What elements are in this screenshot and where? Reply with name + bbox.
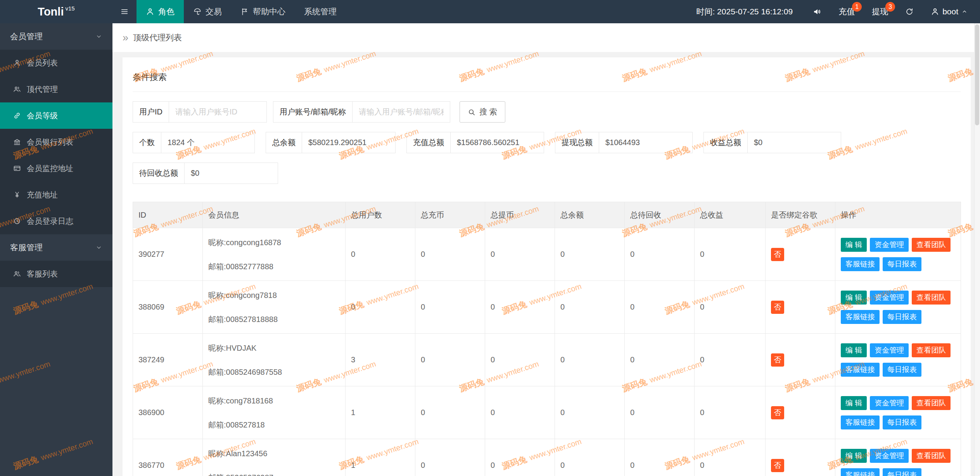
cell-total-pending: 0 [630,355,634,364]
sidebar-item-member-level[interactable]: 会员等级 [0,102,112,129]
account-label: 用户账号/邮箱/昵称 [273,101,353,123]
google-bound-badge: 否 [771,353,784,367]
stats-row-1: 个数 1824 个 总余额 $580219.290251 充值总额 $15687… [133,132,961,153]
view-team-button[interactable]: 查看团队 [912,343,951,357]
stat-pending-recovery: 待回收总额 $0 [133,163,278,184]
cell-email: 邮箱:0085246987558 [208,367,340,377]
google-bound-badge: 否 [771,301,784,314]
daily-report-button[interactable]: 每日报表 [883,468,921,476]
view-team-button[interactable]: 查看团队 [912,449,951,463]
edit-button[interactable]: 编 辑 [841,238,867,252]
horn-icon [813,7,821,16]
col-header-google-bound: 是否绑定谷歌 [766,202,835,228]
edit-button[interactable]: 编 辑 [841,291,867,305]
menu-toggle-button[interactable] [112,0,137,23]
nav-item-role[interactable]: 角色 [137,0,184,23]
service-link-button[interactable]: 客服链接 [841,415,880,429]
stat-value: 1824 个 [161,132,254,153]
members-table: ID 会员信息 总用户数 总充币 总提币 总余额 总待回收 总收益 是否绑定谷歌… [133,202,961,476]
cell-total-pending: 0 [630,408,634,417]
daily-report-button[interactable]: 每日报表 [883,363,921,377]
cell-total-deposit: 0 [421,250,425,258]
cell-id: 387249 [138,355,164,364]
view-team-button[interactable]: 查看团队 [912,396,951,410]
search-button[interactable]: 搜 索 [460,101,505,123]
user-id-input[interactable] [169,101,267,123]
cell-total-users: 1 [351,408,355,417]
sidebar-item-member-login-log[interactable]: 会员登录日志 [0,208,112,234]
daily-report-button[interactable]: 每日报表 [883,310,921,324]
sidebar-item-label: 客服列表 [27,269,58,279]
funds-management-button[interactable]: 资金管理 [870,396,909,410]
table-row: 388069 昵称:congcong7818 邮箱:008527818888 0… [133,281,961,334]
sidebar-group-member-management[interactable]: 会员管理 [0,23,112,50]
service-link-button[interactable]: 客服链接 [841,363,880,377]
page-title: 顶级代理列表 [133,32,182,43]
announcement-button[interactable] [804,0,830,23]
sidebar-item-recharge-address[interactable]: 充值地址 [0,182,112,208]
sidebar-group-label: 会员管理 [10,31,43,42]
col-header-member-info: 会员信息 [203,202,346,228]
stat-total-balance: 总余额 $580219.290251 [266,132,396,153]
recharge-button[interactable]: 充值 1 [830,0,863,23]
funds-management-button[interactable]: 资金管理 [870,449,909,463]
cell-total-withdraw: 0 [491,461,495,469]
scrollbar-track[interactable] [974,23,980,476]
service-link-button[interactable]: 客服链接 [841,310,880,324]
service-link-button[interactable]: 客服链接 [841,468,880,476]
sidebar-item-member-bank-list[interactable]: 会员银行列表 [0,129,112,155]
sidebar-item-customer-service-list[interactable]: 客服列表 [0,261,112,287]
nav-item-help-center[interactable]: 帮助中心 [231,0,295,23]
cell-total-balance: 0 [560,408,565,417]
chevron-down-icon [95,33,102,40]
google-bound-badge: 否 [771,459,784,472]
search-button-label: 搜 索 [479,107,497,117]
stat-label: 充值总额 [407,132,451,153]
sidebar-group-label: 客服管理 [10,242,43,253]
cell-total-withdraw: 0 [491,250,495,258]
search-card: 条件搜索 用户ID 用户账号/邮箱/昵称 搜 索 个数 1824 个 总余额 [123,57,971,476]
funds-management-button[interactable]: 资金管理 [870,238,909,252]
stat-value: $580219.290251 [302,132,395,153]
cell-total-profit: 0 [700,408,704,417]
nav-item-system[interactable]: 系统管理 [295,0,346,23]
user-menu[interactable]: boot [922,0,976,23]
edit-button[interactable]: 编 辑 [841,449,867,463]
cell-nickname: 昵称:cong7818168 [208,396,340,406]
nav-item-trade[interactable]: 交易 [184,0,231,23]
yen-icon [13,191,21,199]
sidebar-group-customer-service[interactable]: 客服管理 [0,234,112,261]
stat-count: 个数 1824 个 [133,132,255,153]
sidebar-item-member-list[interactable]: 会员列表 [0,50,112,76]
col-header-actions: 操作 [835,202,961,228]
stat-label: 提现总额 [555,132,599,153]
flag-icon [240,7,249,16]
funds-management-button[interactable]: 资金管理 [870,291,909,305]
cell-email: 邮箱:00852777888 [208,261,340,272]
cell-total-pending: 0 [630,250,634,258]
funds-management-button[interactable]: 资金管理 [870,343,909,357]
service-link-button[interactable]: 客服链接 [841,257,880,271]
users-icon [13,270,21,278]
sidebar-item-top-agent-management[interactable]: 顶代管理 [0,76,112,102]
sidebar-item-member-monitor-address[interactable]: 会员监控地址 [0,155,112,182]
scrollbar-thumb[interactable] [975,24,979,125]
table-row: 390277 昵称:congcong16878 邮箱:00852777888 0… [133,228,961,281]
cell-nickname: 昵称:Alan123456 [208,448,340,459]
view-team-button[interactable]: 查看团队 [912,291,951,305]
withdraw-button[interactable]: 提现 3 [863,0,897,23]
cell-total-withdraw: 0 [491,355,495,364]
account-input[interactable] [352,101,450,123]
top-bar: Tonliv15 角色 交易 帮助中心 系统管理 时间: 2025-07-25 … [0,0,980,23]
sidebar-item-label: 会员登录日志 [27,216,73,227]
bank-icon [13,138,21,146]
edit-button[interactable]: 编 辑 [841,343,867,357]
breadcrumb-icon: » [123,33,128,43]
refresh-button[interactable] [897,0,922,23]
cell-total-balance: 0 [560,303,565,311]
daily-report-button[interactable]: 每日报表 [883,415,921,429]
view-team-button[interactable]: 查看团队 [912,238,951,252]
edit-button[interactable]: 编 辑 [841,396,867,410]
daily-report-button[interactable]: 每日报表 [883,257,921,271]
sidebar-item-label: 会员列表 [27,58,58,68]
